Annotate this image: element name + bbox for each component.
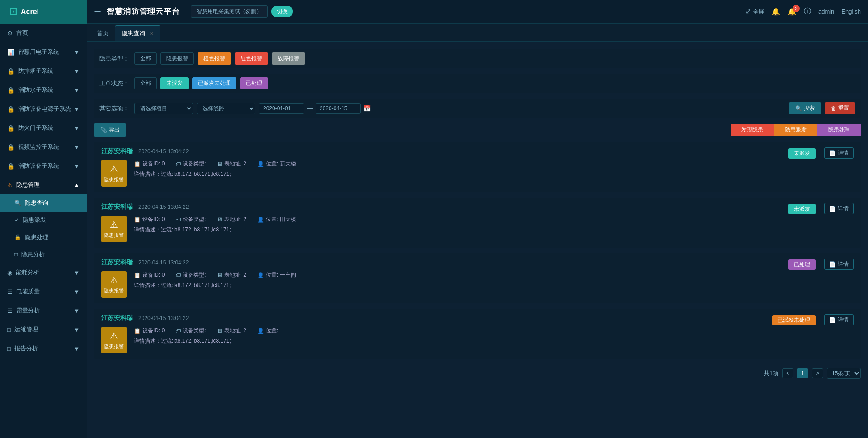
alert-3-project[interactable]: 江苏安科瑞 bbox=[101, 259, 133, 267]
device-id-icon: 📋 bbox=[134, 161, 141, 167]
sidebar-item-home[interactable]: ⊙ 首页 bbox=[0, 24, 87, 42]
alert-card-1-body: ⚠ 隐患报警 📋 设备ID: 0 🏷 设备类型: bbox=[101, 160, 854, 187]
help-icon[interactable]: ⓘ bbox=[804, 7, 811, 16]
project-select[interactable]: 请选择项目 bbox=[134, 103, 193, 114]
address-icon: 🖥 bbox=[217, 272, 222, 278]
sidebar-logo-text: Acrel bbox=[21, 8, 39, 16]
chevron-down-icon: ▼ bbox=[74, 326, 80, 333]
alert-card-2: 江苏安科瑞 2020-04-15 13:04:22 未派发 📄 详情 ⚠ 隐患报… bbox=[94, 198, 861, 248]
sidebar-item-power-quality[interactable]: ☰ 电能质量 ▼ bbox=[0, 282, 87, 301]
line-select[interactable]: 选择线路 bbox=[197, 103, 255, 114]
alert-1-info-row-1: 📋 设备ID: 0 🏷 设备类型: 🖥 表地址: 2 👤 bbox=[134, 160, 854, 168]
chevron-down-icon: ▼ bbox=[74, 144, 80, 151]
alert-1-status-badge: 未派发 bbox=[788, 148, 816, 159]
filter-type-red[interactable]: 红色报警 bbox=[235, 52, 268, 65]
date-end-input[interactable] bbox=[316, 103, 361, 114]
toolbar: 📎 导出 发现隐患 隐患派发 隐患处理 bbox=[94, 123, 861, 137]
alert-card-3-header: 江苏安科瑞 2020-04-15 13:04:22 已处理 📄 详情 bbox=[101, 259, 854, 267]
sidebar-sub-item-hidden-query[interactable]: 🔍 隐患查询 bbox=[0, 194, 87, 212]
filter-type-fault[interactable]: 故障报警 bbox=[272, 52, 305, 65]
date-range-separator: — bbox=[307, 105, 313, 112]
sidebar-item-fire-device[interactable]: 🔒 消防设备子系统 ▼ bbox=[0, 156, 87, 175]
sidebar-item-label: 运维管理 bbox=[14, 325, 38, 334]
filter-status-all[interactable]: 全部 bbox=[134, 77, 157, 89]
per-page-select[interactable]: 15条/页 bbox=[827, 368, 861, 379]
filter-type-report[interactable]: 隐患报警 bbox=[160, 52, 194, 65]
filter-type-all[interactable]: 全部 bbox=[134, 52, 157, 65]
device-id-icon: 📋 bbox=[134, 272, 141, 278]
chevron-down-icon: ▼ bbox=[74, 125, 80, 132]
home-icon: ⊙ bbox=[7, 29, 13, 37]
sidebar-item-energy[interactable]: ◉ 能耗分析 ▼ bbox=[0, 263, 87, 282]
sidebar-item-fire-door[interactable]: 🔒 防火门子系统 ▼ bbox=[0, 118, 87, 137]
alert-2-detail-button[interactable]: 📄 详情 bbox=[824, 203, 854, 214]
sidebar-sub-item-hidden-handle[interactable]: 🔒 隐患处理 bbox=[0, 229, 87, 246]
search-button[interactable]: 🔍 搜索 bbox=[789, 102, 821, 114]
sidebar-item-report[interactable]: □ 报告分析 ▼ bbox=[0, 339, 87, 358]
sidebar-item-smart-electric[interactable]: 📊 智慧用电子系统 ▼ bbox=[0, 42, 87, 61]
doc-icon: 📄 bbox=[829, 206, 836, 212]
tab-hidden-query[interactable]: 隐患查询 ✕ bbox=[115, 25, 160, 41]
chevron-down-icon: ▼ bbox=[74, 345, 80, 352]
sidebar-item-flow[interactable]: ☰ 需量分析 ▼ bbox=[0, 301, 87, 320]
alert-2-time: 2020-04-15 13:04:22 bbox=[138, 204, 189, 210]
notification-icon[interactable]: 🔔 2 bbox=[788, 7, 797, 16]
header-title: 智慧消防管理云平台 bbox=[107, 6, 180, 17]
switch-button[interactable]: 切换 bbox=[271, 6, 293, 17]
sidebar-item-label: 视频监控子系统 bbox=[18, 143, 59, 151]
sidebar-item-video[interactable]: 🔒 视频监控子系统 ▼ bbox=[0, 137, 87, 156]
filter-status-processed[interactable]: 已处理 bbox=[240, 77, 268, 89]
search-icon: 🔍 bbox=[14, 200, 21, 206]
filter-type-orange[interactable]: 橙色报警 bbox=[198, 52, 231, 65]
sidebar-sub-item-hidden-analysis[interactable]: □ 隐患分析 bbox=[0, 246, 87, 263]
pagination-total: 共1项 bbox=[764, 369, 778, 377]
lock-icon: 🔒 bbox=[7, 106, 14, 113]
alert-1-detail-button[interactable]: 📄 详情 bbox=[824, 147, 854, 159]
date-start-input[interactable] bbox=[259, 103, 304, 114]
date-range: — 📅 bbox=[259, 103, 371, 114]
alert-1-info: 📋 设备ID: 0 🏷 设备类型: 🖥 表地址: 2 👤 bbox=[134, 160, 854, 178]
sidebar-item-power-supply[interactable]: 🔒 消防设备电源子系统 ▼ bbox=[0, 99, 87, 118]
location-icon: 👤 bbox=[257, 217, 264, 223]
address-icon: 🖥 bbox=[217, 328, 222, 334]
alert-4-detail-button[interactable]: 📄 详情 bbox=[824, 314, 854, 325]
sidebar-item-water[interactable]: 🔒 消防水子系统 ▼ bbox=[0, 80, 87, 99]
alert-3-detail-button[interactable]: 📄 详情 bbox=[824, 259, 854, 270]
sidebar-item-label: 智慧用电子系统 bbox=[18, 48, 59, 56]
language-label[interactable]: English bbox=[841, 8, 861, 15]
calendar-icon[interactable]: 📅 bbox=[363, 105, 371, 112]
alert-4-type-badge: ⚠ 隐患报警 bbox=[101, 327, 127, 353]
alert-2-project[interactable]: 江苏安科瑞 bbox=[101, 203, 133, 211]
alert-1-project[interactable]: 江苏安科瑞 bbox=[101, 147, 133, 155]
reset-button[interactable]: 🗑 重置 bbox=[825, 102, 855, 114]
volume-icon[interactable]: 🔔 bbox=[771, 7, 780, 16]
menu-toggle-icon[interactable]: ☰ bbox=[94, 7, 101, 17]
chevron-down-icon: ▼ bbox=[74, 49, 80, 56]
pagination-prev[interactable]: < bbox=[782, 368, 793, 378]
sidebar-item-ops[interactable]: □ 运维管理 ▼ bbox=[0, 320, 87, 339]
sidebar-item-smoke[interactable]: 🔒 防排烟子系统 ▼ bbox=[0, 61, 87, 80]
alert-card-4: 江苏安科瑞 2020-04-15 13:04:22 已派发未处理 📄 详情 ⚠ … bbox=[94, 309, 861, 359]
fullscreen-icon[interactable]: ⤢ 全屏 bbox=[745, 7, 764, 16]
filter-status-pending[interactable]: 未派发 bbox=[160, 77, 189, 89]
alert-4-project[interactable]: 江苏安科瑞 bbox=[101, 314, 133, 322]
tab-home[interactable]: 首页 bbox=[90, 26, 115, 41]
device-id-icon: 📋 bbox=[134, 217, 141, 223]
pagination-page-1[interactable]: 1 bbox=[797, 368, 808, 378]
lock-icon: 🔒 bbox=[7, 125, 14, 132]
energy-icon: ◉ bbox=[7, 269, 12, 276]
export-button[interactable]: 📎 导出 bbox=[94, 123, 126, 137]
tab-close-icon[interactable]: ✕ bbox=[150, 31, 154, 36]
sidebar-item-hidden-mgmt[interactable]: ⚠ 隐患管理 ▲ bbox=[0, 175, 87, 194]
sidebar-item-label: 需量分析 bbox=[16, 306, 40, 315]
sidebar-sub-item-hidden-issue[interactable]: ✓ 隐患派发 bbox=[0, 212, 87, 229]
chevron-down-icon: ▼ bbox=[74, 68, 80, 75]
filter-status-sent[interactable]: 已派发未处理 bbox=[192, 77, 236, 89]
alert-card-3-body: ⚠ 隐患报警 📋 设备ID: 0 🏷 设备类型: bbox=[101, 271, 854, 298]
pagination-next[interactable]: > bbox=[812, 368, 823, 378]
sidebar-item-label: 报告分析 bbox=[14, 344, 38, 353]
lock-icon: 🔒 bbox=[14, 234, 21, 240]
sidebar-sub-item-label: 隐患处理 bbox=[25, 233, 48, 241]
export-icon: 📎 bbox=[100, 127, 107, 133]
header-right: ⤢ 全屏 🔔 🔔 2 ⓘ admin English bbox=[745, 7, 861, 16]
